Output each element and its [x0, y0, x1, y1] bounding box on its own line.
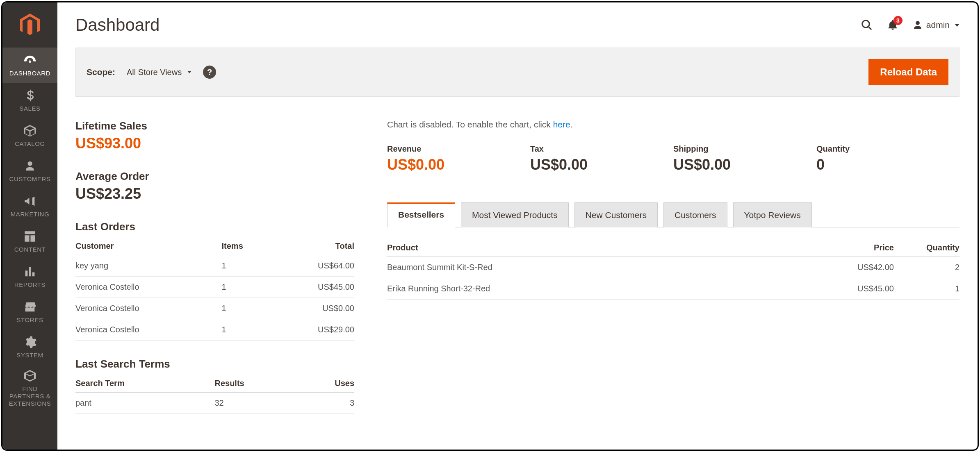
col-customer: Customer — [75, 237, 222, 255]
nav-label: DASHBOARD — [9, 70, 50, 77]
page-title: Dashboard — [75, 15, 861, 35]
svg-line-1 — [868, 27, 872, 30]
tab-bestsellers[interactable]: Bestsellers — [387, 202, 455, 227]
tab-yotpo-reviews[interactable]: Yotpo Reviews — [733, 202, 812, 227]
svg-point-0 — [862, 20, 870, 28]
nav-customers[interactable]: CUSTOMERS — [2, 153, 57, 189]
bar-chart-icon — [23, 265, 37, 279]
col-results: Results — [214, 375, 299, 393]
dashboard-icon — [23, 53, 37, 67]
table-row[interactable]: pant323 — [75, 393, 354, 414]
last-orders-title: Last Orders — [75, 220, 354, 233]
nav-reports[interactable]: REPORTS — [2, 259, 57, 294]
nav-catalog[interactable]: CATALOG — [2, 118, 57, 153]
nav-marketing[interactable]: MARKETING — [2, 189, 57, 224]
help-icon[interactable]: ? — [203, 66, 216, 79]
magento-logo[interactable] — [2, 2, 57, 48]
search-icon[interactable] — [861, 19, 873, 31]
nav-content[interactable]: CONTENT — [2, 224, 57, 259]
dollar-icon — [23, 89, 37, 102]
chart-disabled-message: Chart is disabled. To enable the chart, … — [387, 120, 959, 129]
tab-most-viewed[interactable]: Most Viewed Products — [461, 202, 569, 227]
last-orders-block: Last Orders Customer Items Total key yan… — [75, 220, 354, 341]
scope-value: All Store Views — [127, 68, 182, 77]
tab-new-customers[interactable]: New Customers — [574, 202, 658, 227]
table-row[interactable]: key yang1US$64.00 — [75, 255, 354, 277]
stats-row: Revenue US$0.00 Tax US$0.00 Shipping US$… — [387, 144, 959, 173]
col-price: Price — [828, 239, 894, 257]
nav-label: MARKETING — [11, 211, 50, 218]
average-order-value: US$23.25 — [75, 185, 354, 202]
stat-shipping-value: US$0.00 — [673, 156, 816, 173]
scope-select[interactable]: All Store Views — [127, 68, 191, 77]
table-row[interactable]: Veronica Costello1US$0.00 — [75, 298, 354, 319]
chevron-down-icon — [955, 24, 959, 27]
col-product: Product — [387, 239, 828, 257]
person-icon — [23, 159, 37, 173]
scope-label: Scope: — [87, 67, 115, 77]
user-menu[interactable]: admin — [912, 20, 959, 30]
nav-dashboard[interactable]: DASHBOARD — [2, 48, 57, 83]
stat-quantity: Quantity 0 — [816, 144, 959, 173]
lifetime-sales-block: Lifetime Sales US$93.00 — [75, 120, 354, 152]
col-items: Items — [222, 237, 271, 255]
col-term: Search Term — [75, 375, 214, 393]
table-row[interactable]: Beaumont Summit Kit-S-RedUS$42.002 — [387, 257, 959, 278]
chevron-down-icon — [187, 71, 191, 73]
partners-icon — [23, 369, 37, 383]
nav-find-partners[interactable]: FIND PARTNERS & EXTENSIONS — [2, 365, 57, 411]
page-header: Dashboard 3 admin — [75, 2, 959, 48]
dashboard-tabs: Bestsellers Most Viewed Products New Cus… — [387, 202, 959, 227]
nav-label: CUSTOMERS — [9, 175, 51, 182]
main-content: Dashboard 3 admin Scope: All Store V — [57, 2, 978, 450]
nav-label: SYSTEM — [16, 352, 43, 359]
last-orders-table: Customer Items Total key yang1US$64.00 V… — [75, 237, 354, 341]
bestsellers-table: Product Price Quantity Beaumont Summit K… — [387, 239, 959, 300]
stat-shipping: Shipping US$0.00 — [673, 144, 816, 173]
nav-label: CONTENT — [14, 246, 46, 253]
last-search-block: Last Search Terms Search Term Results Us… — [75, 358, 354, 414]
last-search-table: Search Term Results Uses pant323 — [75, 375, 354, 414]
average-order-block: Average Order US$23.25 — [75, 170, 354, 202]
megaphone-icon — [23, 194, 37, 208]
stat-revenue: Revenue US$0.00 — [387, 144, 530, 173]
nav-label: CATALOG — [15, 140, 45, 147]
stat-revenue-value: US$0.00 — [387, 156, 530, 173]
notifications-icon[interactable]: 3 — [887, 19, 898, 31]
col-uses: Uses — [299, 375, 354, 393]
enable-chart-link[interactable]: here — [553, 120, 570, 129]
stat-tax-value: US$0.00 — [530, 156, 673, 173]
storefront-icon — [23, 300, 37, 314]
col-total: Total — [271, 237, 354, 255]
stat-tax: Tax US$0.00 — [530, 144, 673, 173]
notification-count-badge: 3 — [893, 16, 903, 25]
average-order-title: Average Order — [75, 170, 354, 183]
nav-system[interactable]: SYSTEM — [2, 329, 57, 365]
user-icon — [912, 20, 923, 30]
box-icon — [23, 124, 37, 138]
table-row[interactable]: Veronica Costello1US$45.00 — [75, 277, 354, 298]
last-search-title: Last Search Terms — [75, 358, 354, 370]
nav-label: FIND PARTNERS & EXTENSIONS — [9, 385, 51, 407]
stat-quantity-value: 0 — [816, 156, 959, 173]
gear-icon — [23, 335, 37, 349]
lifetime-sales-title: Lifetime Sales — [75, 120, 354, 132]
nav-sales[interactable]: SALES — [2, 83, 57, 118]
col-quantity: Quantity — [894, 239, 959, 257]
layout-icon — [23, 229, 37, 243]
table-row[interactable]: Veronica Costello1US$29.00 — [75, 319, 354, 341]
reload-data-button[interactable]: Reload Data — [868, 59, 948, 85]
user-name: admin — [926, 20, 950, 30]
admin-sidebar: DASHBOARD SALES CATALOG CUSTOMERS MARKET — [2, 2, 57, 450]
table-row[interactable]: Erika Running Short-32-RedUS$45.001 — [387, 278, 959, 300]
tab-customers[interactable]: Customers — [663, 202, 727, 227]
nav-label: REPORTS — [14, 281, 46, 288]
nav-stores[interactable]: STORES — [2, 294, 57, 329]
lifetime-sales-value: US$93.00 — [75, 135, 354, 152]
scope-bar: Scope: All Store Views ? Reload Data — [75, 48, 959, 97]
nav-label: STORES — [16, 316, 43, 323]
nav-label: SALES — [19, 105, 40, 112]
